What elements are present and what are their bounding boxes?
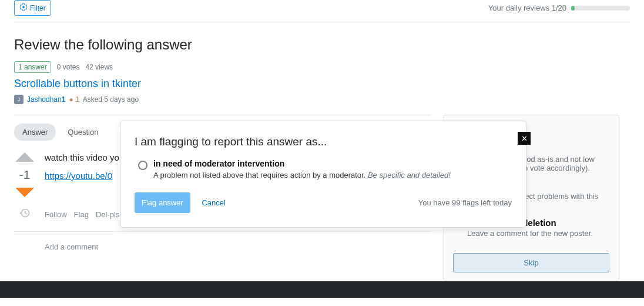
delpls-link[interactable]: Del-pls	[96, 210, 119, 219]
daily-reviews-text: Your daily reviews 1/20	[488, 4, 566, 12]
modal-title: I am flagging to report this answer as..…	[135, 135, 512, 148]
cancel-button[interactable]: Cancel	[202, 198, 225, 207]
history-icon[interactable]	[19, 208, 30, 221]
downvote-button[interactable]	[15, 188, 34, 197]
delete-desc: Leave a comment for the new poster.	[467, 229, 593, 238]
question-title-link[interactable]: Scrollable buttons in tkinter	[14, 78, 630, 90]
author-name[interactable]: Jashodhan	[27, 95, 62, 104]
answer-link[interactable]: https://youtu.be/0	[45, 171, 112, 181]
tab-answer[interactable]: Answer	[14, 124, 56, 141]
close-icon[interactable]: ✕	[518, 132, 531, 145]
author-rep-bold: 1	[62, 95, 66, 104]
filter-label: Filter	[30, 4, 46, 12]
author-avatar[interactable]: J	[14, 95, 24, 104]
review-heading: Review the following answer	[14, 36, 630, 53]
radio-mod-intervention[interactable]	[138, 161, 147, 170]
follow-link[interactable]: Follow	[45, 210, 67, 219]
skip-button[interactable]: Skip	[453, 253, 609, 272]
flag-modal: ✕ I am flagging to report this answer as…	[120, 121, 526, 228]
flag-answer-button[interactable]: Flag answer	[135, 192, 190, 213]
mod-option-label: in need of moderator intervention	[153, 159, 451, 168]
daily-reviews-bar	[571, 6, 630, 11]
answer-count-tag: 1 answer	[14, 61, 51, 73]
filter-button[interactable]: Filter	[14, 0, 51, 16]
page-footer	[0, 281, 644, 298]
tab-question[interactable]: Question	[59, 124, 106, 141]
flag-link[interactable]: Flag	[74, 210, 89, 219]
upvote-button[interactable]	[15, 152, 34, 162]
gear-icon	[19, 3, 28, 13]
author-badge: ● 1	[69, 95, 79, 104]
answer-score: -1	[19, 168, 31, 182]
vote-count: 0 votes	[57, 63, 80, 71]
view-count: 42 views	[85, 63, 113, 71]
asked-time: Asked 5 days ago	[83, 95, 139, 104]
mod-option-desc: A problem not listed above that requires…	[153, 171, 368, 179]
mod-option-em: Be specific and detailed!	[368, 171, 451, 179]
add-comment-link[interactable]: Add a comment	[45, 242, 431, 251]
flags-remaining: You have 99 flags left today	[418, 198, 512, 207]
